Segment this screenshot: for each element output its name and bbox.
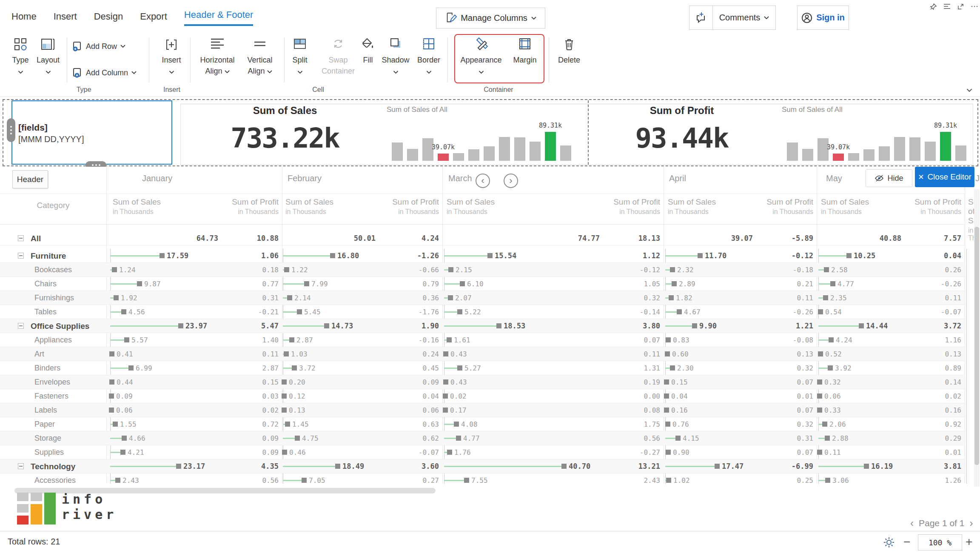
- sales-cell[interactable]: 2.07: [442, 291, 600, 305]
- profit-cell[interactable]: 0.26: [901, 263, 961, 277]
- sales-cell[interactable]: 3.92: [817, 361, 901, 375]
- profit-cell[interactable]: 0.32: [753, 361, 813, 375]
- profit-cell[interactable]: -0.12: [753, 249, 813, 263]
- zoom-in-button[interactable]: +: [966, 535, 972, 549]
- sales-cell[interactable]: 4.08: [442, 417, 600, 431]
- sales-cell[interactable]: 0.41: [106, 347, 218, 361]
- profit-cell[interactable]: -0.26: [753, 305, 813, 319]
- sales-cell[interactable]: 4.67: [664, 305, 753, 319]
- profit-cell[interactable]: 0.03: [218, 389, 279, 403]
- column-header-sales[interactable]: Sum of Salesin Thousands: [447, 197, 495, 216]
- table-row[interactable]: Paper1.550.721.450.634.081.750.760.322.0…: [0, 417, 965, 431]
- table-row[interactable]: Office Supplies23.975.4714.731.9018.533.…: [0, 319, 965, 333]
- table-row[interactable]: Envelopes0.440.150.200.090.430.190.150.0…: [0, 375, 965, 389]
- sales-cell[interactable]: 2.15: [442, 263, 600, 277]
- profit-cell[interactable]: -0.07: [376, 445, 439, 459]
- sales-cell[interactable]: 5.22: [442, 305, 600, 319]
- table-row[interactable]: Chairs9.870.777.990.796.101.052.890.214.…: [0, 277, 965, 291]
- sales-cell[interactable]: 0.54: [817, 305, 901, 319]
- sales-cell[interactable]: 23.97: [106, 319, 218, 333]
- sales-cell[interactable]: 17.47: [664, 459, 753, 473]
- sales-cell[interactable]: 18.49: [282, 459, 376, 473]
- sales-cell[interactable]: 7.55: [442, 473, 600, 484]
- sales-cell[interactable]: 16.80: [282, 249, 376, 263]
- column-header-month[interactable]: May: [826, 174, 842, 183]
- profit-cell[interactable]: 0.62: [376, 431, 439, 445]
- column-header-month[interactable]: January: [142, 174, 172, 183]
- profit-cell[interactable]: 13.21: [600, 459, 660, 473]
- sales-cell[interactable]: 1.24: [106, 263, 218, 277]
- profit-cell[interactable]: 0.02: [901, 389, 961, 403]
- profit-cell[interactable]: 0.00: [600, 389, 660, 403]
- profit-cell[interactable]: -0.21: [218, 305, 279, 319]
- margin-button[interactable]: Margin: [510, 0, 540, 84]
- sales-cell[interactable]: 2.89: [664, 277, 753, 291]
- insert-button[interactable]: Insert: [158, 0, 185, 84]
- sales-cell[interactable]: 5.57: [106, 333, 218, 347]
- profit-cell[interactable]: -0.27: [600, 445, 660, 459]
- sales-cell[interactable]: 2.58: [817, 263, 901, 277]
- sales-cell[interactable]: 0.52: [817, 347, 901, 361]
- sales-cell[interactable]: 6.10: [442, 277, 600, 291]
- profit-cell[interactable]: 0.09: [218, 445, 279, 459]
- column-header-month[interactable]: Ju: [975, 174, 980, 183]
- comments-button[interactable]: Comments: [712, 6, 776, 30]
- delete-button[interactable]: Delete: [553, 0, 585, 84]
- profit-cell[interactable]: 3.72: [901, 319, 961, 333]
- profit-cell[interactable]: 0.02: [218, 403, 279, 417]
- profit-cell[interactable]: 1.31: [600, 361, 660, 375]
- column-header-category[interactable]: Category: [0, 201, 106, 210]
- profit-cell[interactable]: 0.11: [218, 347, 279, 361]
- profit-cell[interactable]: -1.26: [376, 249, 439, 263]
- sales-cell[interactable]: 5.45: [282, 305, 376, 319]
- sales-cell[interactable]: 1.61: [442, 333, 600, 347]
- sales-cell[interactable]: 2.88: [817, 431, 901, 445]
- table-row[interactable]: Furnishings1.920.312.140.362.070.321.820…: [0, 291, 965, 305]
- sales-cell[interactable]: 9.87: [106, 277, 218, 291]
- sales-cell[interactable]: 64.73: [106, 231, 218, 245]
- sales-cell[interactable]: 0.20: [282, 375, 376, 389]
- profit-cell[interactable]: 0.07: [753, 403, 813, 417]
- table-row[interactable]: Accessories2.430.567.050.277.552.431.020…: [0, 473, 965, 484]
- sales-cell[interactable]: 3.06: [817, 473, 901, 484]
- profit-cell[interactable]: 0.92: [901, 417, 961, 431]
- profit-cell[interactable]: 0.04: [376, 389, 439, 403]
- profit-cell[interactable]: 7.57: [901, 231, 961, 245]
- profit-cell[interactable]: 0.56: [600, 431, 660, 445]
- sales-cell[interactable]: 0.04: [664, 389, 753, 403]
- split-button[interactable]: Split: [288, 0, 312, 84]
- table-row[interactable]: Fasteners0.090.030.120.040.020.000.040.0…: [0, 389, 965, 403]
- sales-cell[interactable]: 0.02: [442, 389, 600, 403]
- sign-in-button[interactable]: Sign in: [797, 6, 849, 30]
- profit-cell[interactable]: 3.80: [600, 319, 660, 333]
- sales-cell[interactable]: 14.73: [282, 319, 376, 333]
- sales-cell[interactable]: 4.77: [442, 431, 600, 445]
- profit-cell[interactable]: 0.18: [218, 263, 279, 277]
- profit-cell[interactable]: 0.04: [901, 249, 961, 263]
- sales-cell[interactable]: 4.66: [106, 431, 218, 445]
- type-button[interactable]: Type: [8, 0, 33, 84]
- add-row-button[interactable]: Add Row: [71, 41, 125, 52]
- column-header-sales[interactable]: Sum of Salesin Thousands: [668, 197, 716, 216]
- profit-cell[interactable]: 3.60: [376, 459, 439, 473]
- sales-cell[interactable]: 3.72: [282, 361, 376, 375]
- settings-gear-icon[interactable]: [883, 536, 895, 550]
- profit-cell[interactable]: 18.13: [600, 231, 660, 245]
- zoom-out-button[interactable]: −: [903, 535, 910, 549]
- zoom-level-display[interactable]: 100 %: [918, 534, 962, 550]
- sales-cell[interactable]: 9.90: [664, 319, 753, 333]
- profit-cell[interactable]: 1.16: [901, 333, 961, 347]
- sales-cell[interactable]: 2.43: [106, 473, 218, 484]
- sales-cell[interactable]: 4.24: [817, 333, 901, 347]
- profit-cell[interactable]: -0.14: [600, 305, 660, 319]
- profit-cell[interactable]: 0.21: [753, 277, 813, 291]
- vertical-scrollbar[interactable]: [974, 189, 980, 487]
- profit-cell[interactable]: -0.08: [753, 333, 813, 347]
- sales-cell[interactable]: 0.32: [817, 375, 901, 389]
- sales-cell[interactable]: 0.44: [106, 375, 218, 389]
- sales-cell[interactable]: 39.07: [664, 231, 753, 245]
- profit-cell[interactable]: 10.88: [218, 231, 279, 245]
- profit-cell[interactable]: 0.25: [753, 473, 813, 484]
- drag-handle[interactable]: [7, 118, 15, 142]
- sales-cell[interactable]: 2.14: [282, 291, 376, 305]
